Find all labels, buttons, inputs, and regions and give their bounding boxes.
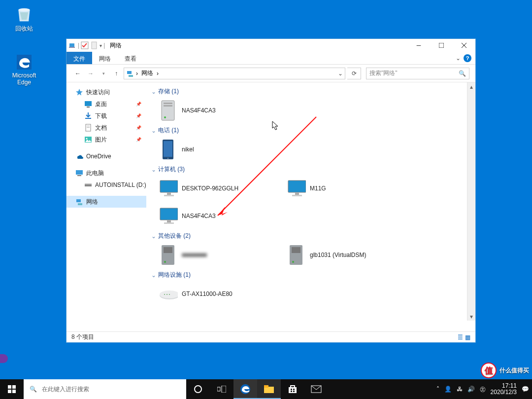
- maximize-button[interactable]: [430, 39, 453, 52]
- svg-rect-14: [87, 127, 90, 128]
- vertical-scrollbar[interactable]: ▴ ▾: [467, 82, 475, 321]
- device-other-1[interactable]: ■■■■■■■: [158, 241, 286, 269]
- device-nas-storage[interactable]: NAS4F4CA3: [158, 97, 286, 124]
- chevron-down-icon[interactable]: ⌄: [338, 70, 343, 77]
- svg-rect-6: [439, 43, 444, 48]
- recycle-bin[interactable]: 回收站: [6, 5, 42, 33]
- edge-label-1: Microsoft: [12, 72, 36, 79]
- svg-rect-5: [92, 42, 97, 49]
- start-button[interactable]: [0, 379, 24, 399]
- forward-button[interactable]: →: [85, 68, 96, 79]
- tiles-view-icon[interactable]: ▦: [465, 334, 470, 341]
- edge-shortcut[interactable]: Microsoft Edge: [6, 52, 42, 86]
- back-button[interactable]: ←: [72, 68, 83, 79]
- help-icon[interactable]: ?: [464, 54, 471, 62]
- tray-clock[interactable]: 17:11 2020/12/3: [491, 383, 517, 396]
- nav-desktop[interactable]: 桌面📌: [66, 98, 146, 110]
- system-tray: ˄ 👤 🖧 🔊 ㉆ 17:11 2020/12/3 💬: [433, 379, 532, 399]
- search-placeholder: 搜索"网络": [369, 69, 459, 77]
- tab-file[interactable]: 文件: [66, 52, 92, 64]
- monitor-icon: [158, 206, 178, 226]
- section-other[interactable]: ⌄其他设备 (2): [148, 230, 475, 241]
- svg-point-30: [167, 158, 168, 159]
- svg-rect-9: [85, 101, 92, 106]
- device-desktop962[interactable]: DESKTOP-962GGLH: [158, 175, 286, 202]
- svg-rect-38: [292, 195, 302, 196]
- svg-rect-11: [85, 118, 91, 119]
- svg-point-16: [86, 138, 88, 140]
- window-title: 网络: [107, 41, 407, 50]
- taskbar-mail[interactable]: [304, 379, 328, 399]
- minimize-button[interactable]: ─: [407, 39, 430, 52]
- svg-point-48: [292, 261, 294, 263]
- section-phone[interactable]: ⌄电话 (1): [148, 124, 475, 136]
- svg-rect-70: [293, 391, 295, 392]
- svg-rect-67: [291, 389, 292, 390]
- mouse-cursor: [272, 121, 280, 131]
- taskbar-explorer[interactable]: [257, 379, 281, 399]
- tray-up-icon[interactable]: ˄: [436, 386, 439, 393]
- nav-documents[interactable]: 文档📌: [66, 122, 146, 134]
- device-glb1031[interactable]: glb1031 (VirtualDSM): [286, 241, 414, 269]
- taskbar-search[interactable]: 🔍 在此键入进行搜索: [24, 379, 186, 399]
- tray-notifications-icon[interactable]: 💬: [522, 386, 529, 393]
- tab-network[interactable]: 网络: [92, 52, 118, 64]
- nav-this-pc[interactable]: 此电脑: [66, 167, 146, 179]
- nav-network[interactable]: 网络: [66, 196, 146, 208]
- device-m11g[interactable]: M11G: [286, 175, 414, 202]
- pin-icon: 📌: [136, 102, 141, 107]
- taskbar-edge[interactable]: [233, 379, 257, 399]
- details-view-icon[interactable]: ☰: [458, 334, 463, 341]
- scroll-up-button[interactable]: ▴: [467, 82, 475, 91]
- pin-icon: 📌: [136, 113, 141, 118]
- refresh-button[interactable]: ⟳: [347, 68, 361, 79]
- device-router[interactable]: GT-AX11000-AE80: [158, 280, 286, 308]
- svg-rect-37: [295, 193, 299, 195]
- svg-point-53: [169, 294, 170, 295]
- status-bar: 8 个项目 ☰ ▦: [66, 331, 475, 342]
- crumb-network[interactable]: 网络: [140, 69, 155, 77]
- search-input[interactable]: 搜索"网络" 🔍: [366, 68, 469, 79]
- svg-rect-22: [78, 203, 82, 205]
- page-icon[interactable]: [90, 41, 98, 49]
- checkbox-icon[interactable]: [81, 41, 89, 49]
- tray-network-icon[interactable]: 🖧: [457, 386, 463, 393]
- ribbon-expand[interactable]: ⌄?: [452, 52, 475, 64]
- section-storage[interactable]: ⌄存储 (1): [148, 85, 475, 97]
- tray-ime-icon[interactable]: ㉆: [480, 385, 486, 394]
- svg-point-52: [166, 294, 167, 295]
- section-computer[interactable]: ⌄计算机 (3): [148, 163, 475, 175]
- recent-button[interactable]: ▾: [98, 68, 109, 79]
- tab-view[interactable]: 查看: [118, 52, 143, 64]
- svg-rect-41: [167, 220, 171, 222]
- cortana-button[interactable]: [186, 379, 210, 399]
- nav-downloads[interactable]: 下载📌: [66, 110, 146, 122]
- svg-rect-21: [76, 199, 81, 202]
- up-button[interactable]: ↑: [111, 68, 122, 79]
- pin-icon: 📌: [136, 137, 141, 142]
- network-path-icon: [126, 70, 134, 77]
- section-infra[interactable]: ⌄网络设施 (1): [148, 269, 475, 280]
- taskbar-store[interactable]: [281, 379, 304, 399]
- close-button[interactable]: [453, 39, 475, 52]
- svg-rect-66: [289, 387, 297, 393]
- svg-rect-61: [217, 387, 220, 391]
- svg-rect-20: [85, 183, 92, 184]
- device-nas-computer[interactable]: NAS4F4CA3: [158, 202, 286, 230]
- svg-rect-33: [167, 193, 171, 195]
- explorer-window: | ▾ | 网络 ─ 文件 网络 查看 ⌄? ← → ▾ ↑ › 网络 › ⌄ …: [66, 38, 476, 343]
- tray-people-icon[interactable]: 👤: [444, 386, 452, 393]
- nav-pictures[interactable]: 图片📌: [66, 134, 146, 145]
- device-nikel[interactable]: nikel: [158, 136, 286, 163]
- nav-autoinstall[interactable]: AUTOINSTALL (D:): [66, 179, 146, 191]
- tray-volume-icon[interactable]: 🔊: [467, 386, 475, 393]
- nav-quick-access[interactable]: 快速访问: [66, 86, 146, 98]
- ribbon-tabs: 文件 网络 查看 ⌄?: [66, 52, 475, 65]
- scroll-down-button[interactable]: ▾: [467, 312, 475, 321]
- breadcrumb[interactable]: › 网络 › ⌄: [124, 68, 345, 79]
- search-icon: 🔍: [459, 70, 466, 77]
- nav-onedrive[interactable]: OneDrive: [66, 150, 146, 162]
- side-pill: [0, 354, 8, 363]
- task-view-button[interactable]: [210, 379, 233, 399]
- svg-rect-13: [87, 126, 90, 126]
